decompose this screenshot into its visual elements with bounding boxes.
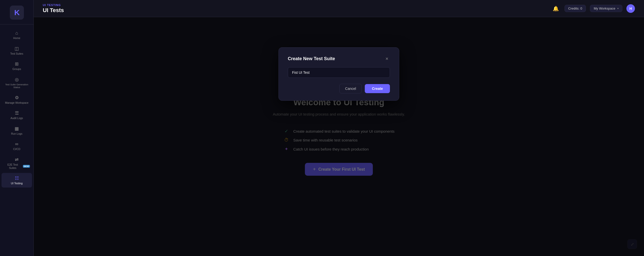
sidebar-item-groups[interactable]: ⊞ Groups (2, 59, 32, 73)
topbar-right: 🔔 Credits: 0 My Workspace ▾ H (551, 4, 635, 13)
sidebar-item-audit-logs[interactable]: ☰ Audit Logs (2, 108, 32, 122)
welcome-area: Welcome to UI Testing Automate your UI t… (34, 17, 644, 256)
topbar-left: UI TESTING UI Tests (43, 4, 64, 14)
workspace-label: My Workspace (594, 7, 615, 10)
sidebar-item-label: E2E Test Suites (4, 163, 22, 169)
new-badge: NEW (23, 165, 30, 168)
test-suites-icon: ◫ (15, 46, 19, 51)
sidebar-item-label: UI Testing (11, 182, 23, 185)
modal-overlay: Create New Test Suite × Cancel Create (34, 17, 644, 256)
sidebar-logo-area: K (0, 0, 33, 24)
breadcrumb: UI TESTING (43, 4, 64, 7)
groups-icon: ⊞ (15, 62, 19, 66)
home-icon: ⌂ (15, 31, 18, 35)
page-title: UI Tests (43, 7, 64, 14)
suite-name-input[interactable] (288, 67, 390, 78)
modal-create-button[interactable]: Create (365, 84, 390, 93)
sidebar-item-manage-workspace[interactable]: ⚙ Manage Workspace (2, 92, 32, 107)
notification-button[interactable]: 🔔 (551, 4, 560, 13)
avatar[interactable]: H (626, 4, 635, 13)
app-logo: K (10, 6, 24, 20)
sidebar-item-label: Run Logs (11, 132, 22, 135)
sidebar-item-label: Groups (12, 67, 21, 71)
sidebar-item-test-suite-gen[interactable]: ◎ Test Suite Generation Status (2, 74, 32, 91)
sidebar-item-run-logs[interactable]: ▦ Run Logs (2, 123, 32, 138)
sidebar: K ⌂ Home ◫ Test Suites ⊞ Groups ◎ Test S… (0, 0, 34, 256)
create-test-suite-modal: Create New Test Suite × Cancel Create (278, 47, 399, 101)
manage-workspace-icon: ⚙ (15, 95, 19, 100)
sidebar-item-label: CI/CD (13, 148, 20, 151)
sidebar-item-label: Home (13, 36, 20, 40)
logo-letter: K (14, 8, 19, 17)
cicd-icon: ∞ (15, 142, 18, 146)
workspace-button[interactable]: My Workspace ▾ (590, 5, 622, 12)
sidebar-item-e2e-test-suites[interactable]: ⇌ E2E Test Suites NEW (2, 154, 32, 172)
sidebar-item-label: Manage Workspace (5, 101, 28, 104)
cancel-button[interactable]: Cancel (339, 84, 362, 93)
main-content: UI TESTING UI Tests 🔔 Credits: 0 My Work… (34, 0, 644, 256)
run-logs-icon: ▦ (15, 126, 19, 131)
chevron-down-icon: ▾ (617, 7, 619, 10)
ui-testing-icon: ☷ (15, 176, 19, 180)
sidebar-item-cicd[interactable]: ∞ CI/CD (2, 139, 32, 153)
modal-header: Create New Test Suite × (288, 56, 390, 62)
modal-title: Create New Test Suite (288, 56, 335, 61)
e2e-icon: ⇌ (15, 157, 19, 162)
topbar: UI TESTING UI Tests 🔔 Credits: 0 My Work… (34, 0, 644, 17)
sidebar-item-label: Test Suite Generation Status (4, 83, 30, 89)
audit-logs-icon: ☰ (15, 111, 19, 115)
sidebar-item-label: Audit Logs (11, 117, 23, 120)
sidebar-item-ui-testing[interactable]: ☷ UI Testing (2, 173, 32, 188)
credits-badge: Credits: 0 (565, 5, 586, 12)
sidebar-nav: ⌂ Home ◫ Test Suites ⊞ Groups ◎ Test Sui… (0, 24, 33, 256)
e2e-label-row: E2E Test Suites NEW (4, 163, 30, 169)
modal-actions: Cancel Create (288, 84, 390, 93)
sidebar-item-test-suites[interactable]: ◫ Test Suites (2, 43, 32, 58)
sidebar-item-home[interactable]: ⌂ Home (2, 28, 32, 42)
modal-close-button[interactable]: × (384, 56, 390, 62)
sidebar-item-label: Test Suites (10, 52, 23, 55)
test-suite-gen-icon: ◎ (15, 77, 19, 82)
